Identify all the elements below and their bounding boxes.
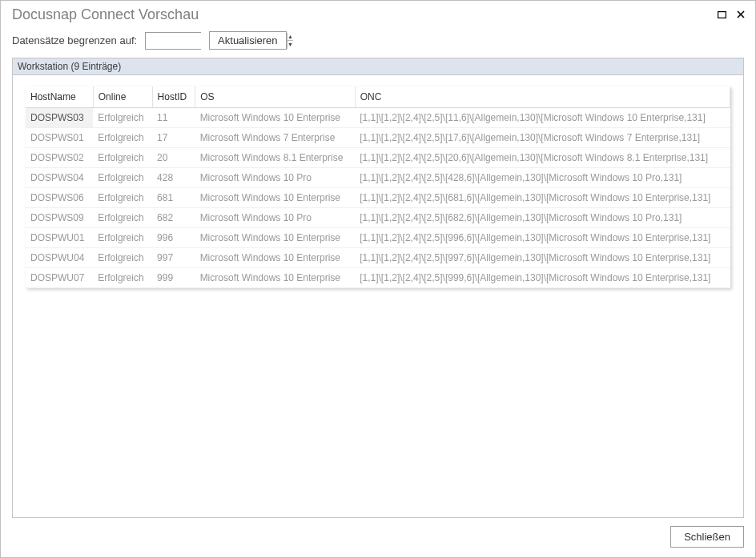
cell-onc: [1,1]\[1,2]\[2,4]\[2,5]\[996,6]\[Allgeme… [355, 228, 730, 248]
table-row[interactable]: DOSPWS09Erfolgreich682Microsoft Windows … [26, 208, 730, 228]
cell-os: Microsoft Windows 8.1 Enterprise [195, 148, 356, 168]
cell-onc: [1,1]\[1,2]\[2,4]\[2,5]\[682,6]\[Allgeme… [355, 208, 730, 228]
cell-hostid: 999 [152, 268, 195, 288]
maximize-button[interactable] [714, 6, 730, 22]
cell-hostname: DOSPWS02 [26, 148, 93, 168]
cell-hostid: 17 [152, 128, 195, 148]
table-wrap: HostName Online HostID OS ONC DOSPWS03Er… [13, 75, 743, 517]
cell-online: Erfolgreich [93, 248, 152, 268]
col-hostid[interactable]: HostID [152, 86, 195, 108]
col-hostname[interactable]: HostName [26, 86, 93, 108]
spin-up-button[interactable]: ▲ [288, 33, 293, 42]
table-row[interactable]: DOSPWU01Erfolgreich996Microsoft Windows … [26, 228, 730, 248]
table-row[interactable]: DOSPWU04Erfolgreich997Microsoft Windows … [26, 248, 730, 268]
maximize-icon [718, 11, 726, 18]
close-button[interactable] [733, 6, 749, 22]
cell-os: Microsoft Windows 10 Enterprise [195, 248, 356, 268]
cell-hostid: 682 [152, 208, 195, 228]
cell-os: Microsoft Windows 10 Enterprise [195, 108, 356, 128]
cell-onc: [1,1]\[1,2]\[2,4]\[2,5]\[999,6]\[Allgeme… [355, 268, 730, 288]
limit-stepper[interactable]: ▲ ▼ [145, 32, 201, 50]
table-row[interactable]: DOSPWS02Erfolgreich20Microsoft Windows 8… [26, 148, 730, 168]
close-dialog-button[interactable]: Schließen [670, 526, 744, 548]
window-title: Docusnap Connect Vorschau [12, 6, 199, 23]
table-row[interactable]: DOSPWU07Erfolgreich999Microsoft Windows … [26, 268, 730, 288]
col-os[interactable]: OS [195, 86, 356, 108]
spin-buttons: ▲ ▼ [287, 33, 293, 49]
cell-online: Erfolgreich [93, 228, 152, 248]
close-icon [737, 10, 745, 18]
cell-hostname: DOSPWU01 [26, 228, 93, 248]
cell-onc: [1,1]\[1,2]\[2,4]\[2,5]\[681,6]\[Allgeme… [355, 188, 730, 208]
limit-label: Datensätze begrenzen auf: [12, 34, 137, 46]
svg-rect-0 [718, 11, 726, 18]
cell-onc: [1,1]\[1,2]\[2,4]\[2,5]\[11,6]\[Allgemei… [355, 108, 730, 128]
cell-os: Microsoft Windows 10 Pro [195, 208, 356, 228]
cell-online: Erfolgreich [93, 168, 152, 188]
toolbar: Datensätze begrenzen auf: ▲ ▼ Aktualisie… [1, 28, 755, 58]
cell-hostname: DOSPWS01 [26, 128, 93, 148]
cell-hostname: DOSPWS03 [26, 108, 93, 128]
cell-hostid: 996 [152, 228, 195, 248]
cell-hostid: 428 [152, 168, 195, 188]
cell-onc: [1,1]\[1,2]\[2,4]\[2,5]\[17,6]\[Allgemei… [355, 128, 730, 148]
cell-online: Erfolgreich [93, 268, 152, 288]
cell-online: Erfolgreich [93, 128, 152, 148]
titlebar: Docusnap Connect Vorschau [1, 1, 755, 28]
cell-hostid: 20 [152, 148, 195, 168]
cell-hostname: DOSPWU04 [26, 248, 93, 268]
cell-hostid: 681 [152, 188, 195, 208]
cell-hostname: DOSPWS06 [26, 188, 93, 208]
cell-os: Microsoft Windows 10 Pro [195, 168, 356, 188]
data-table: HostName Online HostID OS ONC DOSPWS03Er… [26, 86, 730, 288]
cell-hostname: DOSPWS09 [26, 208, 93, 228]
cell-online: Erfolgreich [93, 108, 152, 128]
cell-onc: [1,1]\[1,2]\[2,4]\[2,5]\[997,6]\[Allgeme… [355, 248, 730, 268]
refresh-button[interactable]: Aktualisieren [209, 31, 286, 50]
cell-online: Erfolgreich [93, 188, 152, 208]
col-online[interactable]: Online [93, 86, 152, 108]
spin-down-button[interactable]: ▼ [288, 41, 293, 49]
footer: Schließen [1, 518, 755, 557]
table-row[interactable]: DOSPWS06Erfolgreich681Microsoft Windows … [26, 188, 730, 208]
col-onc[interactable]: ONC [355, 86, 730, 108]
window: Docusnap Connect Vorschau Datensätze beg… [0, 0, 756, 558]
cell-hostid: 11 [152, 108, 195, 128]
cell-hostid: 997 [152, 248, 195, 268]
group-header[interactable]: Workstation (9 Einträge) [13, 58, 743, 75]
cell-onc: [1,1]\[1,2]\[2,4]\[2,5]\[428,6]\[Allgeme… [355, 168, 730, 188]
cell-os: Microsoft Windows 10 Enterprise [195, 268, 356, 288]
cell-os: Microsoft Windows 10 Enterprise [195, 188, 356, 208]
table-row[interactable]: DOSPWS03Erfolgreich11Microsoft Windows 1… [26, 108, 730, 128]
cell-online: Erfolgreich [93, 208, 152, 228]
cell-os: Microsoft Windows 7 Enterprise [195, 128, 356, 148]
cell-hostname: DOSPWS04 [26, 168, 93, 188]
table-row[interactable]: DOSPWS04Erfolgreich428Microsoft Windows … [26, 168, 730, 188]
header-row: HostName Online HostID OS ONC [26, 86, 730, 108]
cell-online: Erfolgreich [93, 148, 152, 168]
cell-hostname: DOSPWU07 [26, 268, 93, 288]
cell-onc: [1,1]\[1,2]\[2,4]\[2,5]\[20,6]\[Allgemei… [355, 148, 730, 168]
table-row[interactable]: DOSPWS01Erfolgreich17Microsoft Windows 7… [26, 128, 730, 148]
cell-os: Microsoft Windows 10 Enterprise [195, 228, 356, 248]
content-panel: Workstation (9 Einträge) HostName Online… [12, 58, 744, 518]
